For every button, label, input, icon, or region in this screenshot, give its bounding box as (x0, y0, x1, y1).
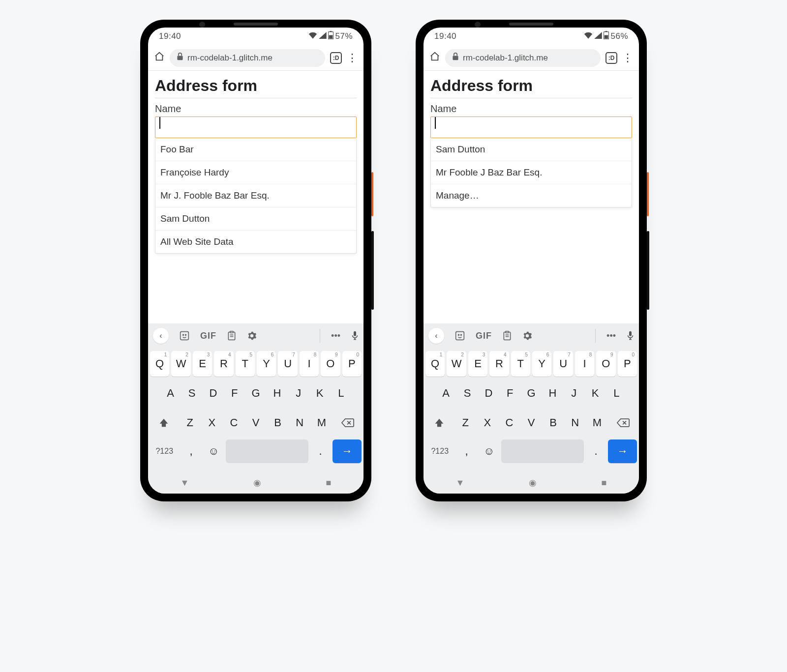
key-s[interactable]: S (182, 380, 201, 406)
key-a[interactable]: A (161, 380, 180, 406)
key-w[interactable]: W2 (171, 351, 190, 377)
key-o[interactable]: O9 (596, 351, 615, 377)
autofill-item[interactable]: Françoise Hardy (155, 161, 356, 184)
nav-back-icon[interactable]: ▼ (456, 478, 465, 488)
space-key[interactable] (226, 439, 308, 463)
chevron-left-icon[interactable]: ‹ (428, 328, 444, 344)
autofill-item[interactable]: Sam Dutton (155, 207, 356, 230)
period-key[interactable]: . (586, 439, 606, 463)
key-l[interactable]: L (607, 380, 626, 406)
comma-key[interactable]: , (456, 439, 477, 463)
clipboard-icon[interactable] (503, 331, 512, 341)
emoji-key[interactable]: ☺ (479, 439, 499, 463)
menu-icon[interactable]: ⋮ (347, 52, 358, 64)
backspace-key[interactable] (609, 410, 637, 436)
key-y[interactable]: Y6 (257, 351, 276, 377)
emoji-key[interactable]: ☺ (203, 439, 224, 463)
key-a[interactable]: A (436, 380, 455, 406)
key-q[interactable]: Q1 (150, 351, 169, 377)
key-n[interactable]: N (290, 410, 310, 436)
period-key[interactable]: . (310, 439, 331, 463)
key-z[interactable]: Z (455, 410, 476, 436)
url-bar[interactable]: rm-codelab-1.glitch.me (170, 49, 325, 67)
enter-key[interactable]: → (333, 439, 362, 463)
key-f[interactable]: F (500, 380, 519, 406)
key-h[interactable]: H (543, 380, 562, 406)
key-l[interactable]: L (332, 380, 351, 406)
key-j[interactable]: J (289, 380, 308, 406)
key-c[interactable]: C (224, 410, 244, 436)
key-p[interactable]: P0 (342, 351, 362, 377)
autofill-item[interactable]: Foo Bar (155, 138, 356, 161)
key-u[interactable]: U7 (278, 351, 297, 377)
key-p[interactable]: P0 (618, 351, 637, 377)
key-d[interactable]: D (204, 380, 223, 406)
volume-button[interactable] (371, 231, 374, 310)
key-w[interactable]: W2 (447, 351, 466, 377)
key-z[interactable]: Z (180, 410, 200, 436)
key-b[interactable]: B (268, 410, 288, 436)
nav-back-icon[interactable]: ▼ (181, 478, 189, 488)
mic-icon[interactable] (627, 331, 634, 341)
key-c[interactable]: C (499, 410, 519, 436)
key-m[interactable]: M (312, 410, 332, 436)
key-e[interactable]: E3 (468, 351, 487, 377)
key-f[interactable]: F (225, 380, 244, 406)
more-icon[interactable]: ••• (331, 331, 340, 341)
key-i[interactable]: I8 (575, 351, 594, 377)
nav-home-icon[interactable]: ◉ (529, 477, 537, 488)
space-key[interactable] (501, 439, 583, 463)
autofill-item[interactable]: Mr Fooble J Baz Bar Esq. (431, 161, 632, 184)
key-n[interactable]: N (565, 410, 585, 436)
key-x[interactable]: X (477, 410, 497, 436)
key-h[interactable]: H (268, 380, 287, 406)
autofill-item[interactable]: Mr J. Fooble Baz Bar Esq. (155, 184, 356, 207)
mic-icon[interactable] (351, 331, 359, 341)
key-k[interactable]: K (585, 380, 605, 406)
key-r[interactable]: R4 (489, 351, 509, 377)
key-d[interactable]: D (479, 380, 498, 406)
key-k[interactable]: K (310, 380, 329, 406)
name-input[interactable] (155, 117, 357, 138)
key-i[interactable]: I8 (300, 351, 319, 377)
autofill-item[interactable]: Sam Dutton (431, 138, 632, 161)
symbols-key[interactable]: ?123 (425, 439, 454, 463)
nav-recent-icon[interactable]: ■ (326, 478, 332, 488)
home-icon[interactable] (429, 51, 440, 65)
key-o[interactable]: O9 (321, 351, 340, 377)
dice-icon[interactable]: :D (330, 52, 342, 64)
key-y[interactable]: Y6 (532, 351, 551, 377)
volume-button[interactable] (647, 231, 649, 310)
autofill-item[interactable]: Manage… (431, 184, 632, 207)
shift-key[interactable] (425, 410, 454, 436)
key-s[interactable]: S (457, 380, 477, 406)
key-b[interactable]: B (543, 410, 563, 436)
name-input[interactable] (430, 117, 632, 138)
gif-icon[interactable]: GIF (476, 331, 492, 341)
power-button[interactable] (371, 172, 373, 216)
dice-icon[interactable]: :D (605, 52, 617, 64)
key-x[interactable]: X (202, 410, 222, 436)
sticker-icon[interactable] (455, 331, 465, 341)
backspace-key[interactable] (333, 410, 362, 436)
gear-icon[interactable] (247, 331, 257, 341)
gear-icon[interactable] (522, 331, 532, 341)
key-v[interactable]: V (521, 410, 542, 436)
gif-icon[interactable]: GIF (200, 331, 216, 341)
comma-key[interactable]: , (181, 439, 202, 463)
autofill-item[interactable]: All Web Site Data (155, 230, 356, 253)
sticker-icon[interactable] (180, 331, 189, 341)
key-j[interactable]: J (564, 380, 583, 406)
home-icon[interactable] (154, 51, 165, 65)
key-m[interactable]: M (587, 410, 607, 436)
key-v[interactable]: V (246, 410, 266, 436)
clipboard-icon[interactable] (227, 331, 236, 341)
symbols-key[interactable]: ?123 (150, 439, 179, 463)
key-e[interactable]: E3 (193, 351, 212, 377)
key-r[interactable]: R4 (214, 351, 233, 377)
power-button[interactable] (647, 172, 649, 216)
shift-key[interactable] (150, 410, 178, 436)
enter-key[interactable]: → (608, 439, 637, 463)
key-t[interactable]: T5 (511, 351, 530, 377)
url-bar[interactable]: rm-codelab-1.glitch.me (445, 49, 601, 67)
